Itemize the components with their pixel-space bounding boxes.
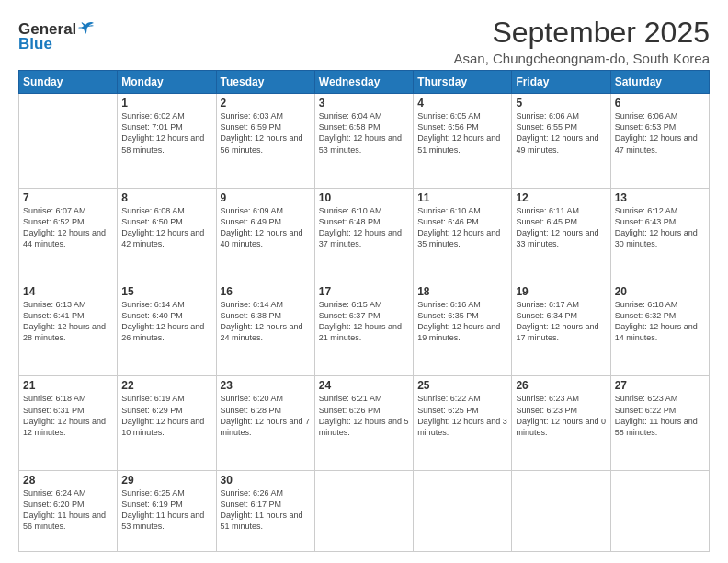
sunrise-text: Sunrise: 6:11 AM <box>516 205 606 216</box>
sunset-text: Sunset: 6:50 PM <box>121 216 211 227</box>
daylight-text: Daylight: 12 hours and 7 minutes. <box>221 416 311 438</box>
table-row: 25Sunrise: 6:22 AMSunset: 6:25 PMDayligh… <box>414 376 512 470</box>
daylight-text: Daylight: 12 hours and 0 minutes. <box>516 416 606 438</box>
day-number: 3 <box>319 97 409 109</box>
table-row: 12Sunrise: 6:11 AMSunset: 6:45 PMDayligh… <box>512 188 610 282</box>
sunset-text: Sunset: 6:49 PM <box>221 216 311 227</box>
table-row: 11Sunrise: 6:10 AMSunset: 6:46 PMDayligh… <box>414 188 512 282</box>
day-number: 18 <box>417 285 507 298</box>
header-wednesday: Wednesday <box>314 71 413 94</box>
table-row: 16Sunrise: 6:14 AMSunset: 6:38 PMDayligh… <box>216 282 314 376</box>
day-info: Sunrise: 6:15 AMSunset: 6:37 PMDaylight:… <box>319 299 409 344</box>
page-subtitle: Asan, Chungcheongnam-do, South Korea <box>453 51 710 66</box>
table-row: 3Sunrise: 6:04 AMSunset: 6:58 PMDaylight… <box>314 94 413 188</box>
sunset-text: Sunset: 6:23 PM <box>516 405 606 416</box>
day-number: 30 <box>221 474 311 487</box>
day-info: Sunrise: 6:05 AMSunset: 6:56 PMDaylight:… <box>417 110 507 155</box>
day-info: Sunrise: 6:23 AMSunset: 6:22 PMDaylight:… <box>615 393 705 438</box>
day-number: 24 <box>319 379 409 392</box>
sunrise-text: Sunrise: 6:17 AM <box>516 299 606 310</box>
day-info: Sunrise: 6:21 AMSunset: 6:26 PMDaylight:… <box>319 393 409 438</box>
calendar-table: Sunday Monday Tuesday Wednesday Thursday… <box>18 70 710 552</box>
header-tuesday: Tuesday <box>216 71 314 94</box>
daylight-text: Daylight: 12 hours and 5 minutes. <box>319 416 409 438</box>
table-row: 22Sunrise: 6:19 AMSunset: 6:29 PMDayligh… <box>118 376 216 470</box>
sunset-text: Sunset: 6:19 PM <box>121 499 211 510</box>
daylight-text: Daylight: 12 hours and 19 minutes. <box>417 321 507 343</box>
daylight-text: Daylight: 12 hours and 47 minutes. <box>615 132 705 155</box>
day-info: Sunrise: 6:04 AMSunset: 6:58 PMDaylight:… <box>319 110 409 155</box>
sunset-text: Sunset: 6:52 PM <box>23 216 113 227</box>
day-number: 11 <box>417 191 507 204</box>
table-row: 24Sunrise: 6:21 AMSunset: 6:26 PMDayligh… <box>314 376 413 470</box>
sunset-text: Sunset: 6:45 PM <box>516 216 606 227</box>
day-info: Sunrise: 6:10 AMSunset: 6:48 PMDaylight:… <box>319 205 409 250</box>
sunrise-text: Sunrise: 6:19 AM <box>121 393 211 404</box>
logo-blue: Blue <box>18 35 52 53</box>
day-number: 25 <box>417 379 507 392</box>
day-info: Sunrise: 6:24 AMSunset: 6:20 PMDaylight:… <box>23 488 113 533</box>
sunrise-text: Sunrise: 6:05 AM <box>417 110 507 121</box>
day-number: 1 <box>121 97 211 109</box>
sunset-text: Sunset: 6:58 PM <box>319 121 409 132</box>
day-number: 15 <box>121 285 211 298</box>
daylight-text: Daylight: 12 hours and 10 minutes. <box>121 416 211 438</box>
daylight-text: Daylight: 12 hours and 21 minutes. <box>319 321 409 343</box>
sunset-text: Sunset: 6:59 PM <box>221 121 311 132</box>
sunrise-text: Sunrise: 6:10 AM <box>319 205 409 216</box>
sunset-text: Sunset: 6:48 PM <box>319 216 409 227</box>
sunset-text: Sunset: 6:55 PM <box>516 121 606 132</box>
sunrise-text: Sunrise: 6:06 AM <box>615 110 705 121</box>
sunset-text: Sunset: 6:31 PM <box>23 405 113 416</box>
sunrise-text: Sunrise: 6:18 AM <box>615 299 705 310</box>
table-row: 21Sunrise: 6:18 AMSunset: 6:31 PMDayligh… <box>19 376 118 470</box>
sunrise-text: Sunrise: 6:09 AM <box>221 205 311 216</box>
day-info: Sunrise: 6:26 AMSunset: 6:17 PMDaylight:… <box>221 488 311 533</box>
day-info: Sunrise: 6:19 AMSunset: 6:29 PMDaylight:… <box>121 393 211 438</box>
daylight-text: Daylight: 11 hours and 56 minutes. <box>23 510 113 532</box>
daylight-text: Daylight: 12 hours and 37 minutes. <box>319 227 409 249</box>
day-info: Sunrise: 6:03 AMSunset: 6:59 PMDaylight:… <box>221 110 311 155</box>
table-row <box>414 470 512 551</box>
table-row: 5Sunrise: 6:06 AMSunset: 6:55 PMDaylight… <box>512 94 610 188</box>
header-saturday: Saturday <box>610 71 709 94</box>
day-info: Sunrise: 6:10 AMSunset: 6:46 PMDaylight:… <box>417 205 507 250</box>
daylight-text: Daylight: 12 hours and 33 minutes. <box>516 227 606 249</box>
day-number: 29 <box>121 474 211 487</box>
daylight-text: Daylight: 12 hours and 24 minutes. <box>221 321 311 343</box>
sunset-text: Sunset: 6:34 PM <box>516 310 606 321</box>
day-number: 23 <box>221 379 311 392</box>
day-info: Sunrise: 6:25 AMSunset: 6:19 PMDaylight:… <box>121 488 211 533</box>
sunset-text: Sunset: 6:29 PM <box>121 405 211 416</box>
daylight-text: Daylight: 11 hours and 58 minutes. <box>615 416 705 438</box>
table-row: 18Sunrise: 6:16 AMSunset: 6:35 PMDayligh… <box>414 282 512 376</box>
sunrise-text: Sunrise: 6:04 AM <box>319 110 409 121</box>
daylight-text: Daylight: 12 hours and 14 minutes. <box>615 321 705 343</box>
day-number: 27 <box>615 379 705 392</box>
table-row <box>512 470 610 551</box>
sunset-text: Sunset: 6:37 PM <box>319 310 409 321</box>
day-info: Sunrise: 6:07 AMSunset: 6:52 PMDaylight:… <box>23 205 113 250</box>
day-number: 20 <box>615 285 705 298</box>
daylight-text: Daylight: 12 hours and 42 minutes. <box>121 227 211 249</box>
table-row: 27Sunrise: 6:23 AMSunset: 6:22 PMDayligh… <box>610 376 709 470</box>
logo-bird-icon <box>78 21 95 36</box>
table-row: 8Sunrise: 6:08 AMSunset: 6:50 PMDaylight… <box>118 188 216 282</box>
table-row: 6Sunrise: 6:06 AMSunset: 6:53 PMDaylight… <box>610 94 709 188</box>
day-number: 28 <box>23 474 113 487</box>
sunset-text: Sunset: 6:22 PM <box>615 405 705 416</box>
table-row <box>19 94 118 188</box>
sunrise-text: Sunrise: 6:26 AM <box>221 488 311 499</box>
sunrise-text: Sunrise: 6:25 AM <box>121 488 211 499</box>
title-block: September 2025 Asan, Chungcheongnam-do, … <box>453 17 710 66</box>
sunset-text: Sunset: 6:35 PM <box>417 310 507 321</box>
daylight-text: Daylight: 12 hours and 51 minutes. <box>417 132 507 155</box>
table-row: 19Sunrise: 6:17 AMSunset: 6:34 PMDayligh… <box>512 282 610 376</box>
sunrise-text: Sunrise: 6:07 AM <box>23 205 113 216</box>
sunrise-text: Sunrise: 6:08 AM <box>121 205 211 216</box>
sunrise-text: Sunrise: 6:20 AM <box>221 393 311 404</box>
table-row: 1Sunrise: 6:02 AMSunset: 7:01 PMDaylight… <box>118 94 216 188</box>
table-row: 14Sunrise: 6:13 AMSunset: 6:41 PMDayligh… <box>19 282 118 376</box>
day-number: 21 <box>23 379 113 392</box>
sunrise-text: Sunrise: 6:14 AM <box>121 299 211 310</box>
